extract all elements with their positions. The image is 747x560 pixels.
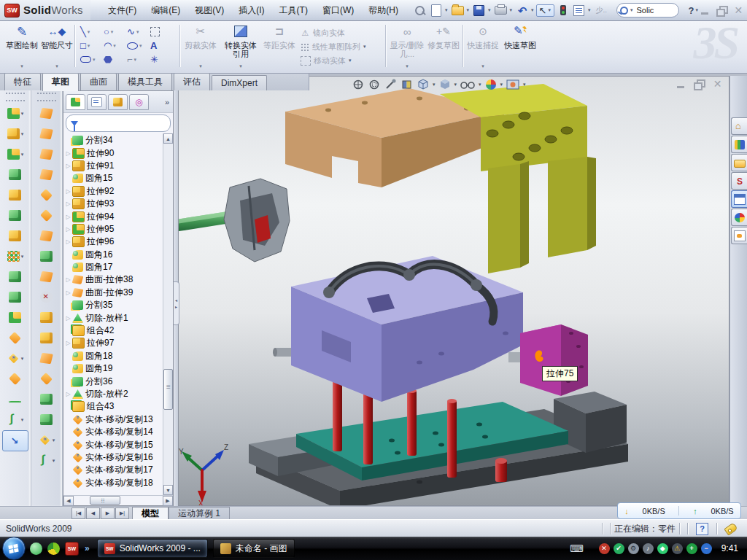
select-tool-button[interactable]: ↖▾ [536, 4, 554, 17]
tree-item[interactable]: 圆角17 [63, 261, 163, 273]
ellipse-tool[interactable]: ▾ [125, 39, 149, 52]
expand-arrow-icon[interactable]: ▷ [65, 276, 71, 283]
command-tab[interactable]: 模具工具 [118, 73, 172, 90]
doc-minimize-icon[interactable] [676, 79, 686, 89]
doc-restore-icon[interactable] [694, 79, 705, 89]
feature-toolbar-button[interactable] [3, 206, 28, 225]
tree-filter-input[interactable] [66, 114, 171, 132]
view-orientation-icon[interactable] [417, 78, 430, 91]
feature-toolbar-button[interactable]: ▾ [3, 410, 28, 429]
tab-nav-button[interactable]: ▶ [101, 508, 115, 519]
tree-item[interactable]: 实体-移动/复制16 [63, 451, 163, 464]
minimize-icon[interactable] [700, 6, 711, 15]
tab-feature-manager[interactable] [66, 94, 85, 110]
vertical-scroll-thumb[interactable] [163, 369, 173, 410]
repair-sketch-button[interactable]: +✎ 修复草图 [427, 23, 460, 69]
quick-snaps-button[interactable]: ⊙ 快速捕捉▾ [467, 23, 499, 69]
pin-icon[interactable] [413, 3, 427, 18]
task-pane-tab[interactable] [731, 227, 747, 244]
tree-item[interactable]: 组合42 [63, 324, 163, 337]
feature-toolbar-button[interactable]: ▾ [3, 124, 28, 144]
task-pane-tab[interactable] [731, 136, 747, 153]
restore-icon[interactable] [716, 6, 727, 15]
surface-toolbar-button[interactable] [34, 308, 59, 327]
tree-item[interactable]: ▷ 切除-放样2 [63, 388, 163, 400]
rapid-sketch-button[interactable]: 快速草图 [503, 23, 537, 69]
surface-toolbar-button[interactable] [34, 287, 59, 307]
taskbar-task-button[interactable]: SW SolidWorks 2009 - ... [97, 539, 208, 558]
command-tab[interactable]: 草图 [42, 73, 79, 91]
expand-arrow-icon[interactable]: ▷ [65, 214, 71, 220]
feature-toolbar-button[interactable] [3, 369, 28, 389]
tree-item[interactable]: 分割36 [63, 375, 163, 387]
trim-entities-button[interactable]: ✂ 剪裁实体▾ [184, 23, 217, 69]
tab-dimxpert-manager[interactable]: ◎ [129, 94, 149, 110]
task-pane-tab[interactable] [731, 209, 747, 226]
quick-launch-icon[interactable] [30, 542, 42, 555]
help-dropdown-icon[interactable]: ▾ [695, 7, 698, 13]
rotate-view-icon[interactable] [384, 78, 398, 91]
surface-toolbar-button[interactable] [34, 104, 59, 123]
expand-arrow-icon[interactable]: ▷ [65, 163, 71, 169]
feature-toolbar-button[interactable]: ▾ [3, 349, 28, 368]
select-marquee-tool[interactable] [149, 25, 172, 39]
surface-toolbar-button[interactable] [34, 389, 59, 409]
expand-arrow-icon[interactable]: ▷ [65, 201, 71, 207]
tree-item[interactable]: 实体-移动/复制13 [63, 413, 163, 426]
surface-toolbar-button[interactable] [34, 410, 59, 429]
save-button[interactable] [472, 3, 487, 18]
convert-entities-button[interactable]: 转换实体引用▾ [222, 23, 260, 69]
tree-item[interactable]: 圆角16 [63, 249, 163, 261]
surface-toolbar-button[interactable] [34, 144, 59, 164]
tray-icon[interactable]: ◆ [657, 543, 668, 554]
tree-item[interactable]: ▷ 拉伸91 [63, 160, 163, 172]
undo-dropdown-icon[interactable]: ▾ [531, 7, 534, 13]
print-dropdown-icon[interactable]: ▾ [509, 7, 512, 13]
feature-toolbar-button[interactable] [3, 226, 28, 246]
search-dropdown-icon[interactable]: ▾ [630, 7, 633, 13]
polygon-tool[interactable] [102, 52, 125, 66]
doc-close-icon[interactable]: ✕ [712, 79, 723, 89]
expand-arrow-icon[interactable]: ▷ [65, 150, 71, 157]
tree-item[interactable]: 实体-移动/复制14 [63, 426, 163, 438]
display-delete-relations-button[interactable]: ∞ 显示/删除几...▾ [390, 23, 425, 69]
tree-vertical-scrollbar[interactable]: ▲ ▼ [163, 133, 173, 495]
command-tab[interactable]: 评估 [174, 73, 210, 90]
tray-icon[interactable]: ♪ [643, 543, 654, 554]
toolbar-grip[interactable] [37, 93, 56, 101]
scroll-left-icon[interactable]: ◀ [63, 496, 74, 506]
surface-toolbar-button[interactable]: ▾ [34, 451, 59, 470]
model-clamp-gray[interactable] [224, 179, 290, 262]
feature-toolbar-button[interactable] [3, 267, 28, 287]
expand-arrow-icon[interactable]: ▷ [65, 188, 71, 195]
surface-toolbar-button[interactable] [34, 328, 59, 348]
surface-toolbar-button[interactable] [34, 267, 59, 287]
command-tab[interactable]: 曲面 [80, 73, 117, 90]
tree-item[interactable]: 分割35 [63, 299, 163, 311]
surface-toolbar-button[interactable] [34, 124, 59, 144]
feature-toolbar-button[interactable] [2, 430, 28, 451]
tree-item[interactable]: 圆角15 [63, 172, 163, 184]
tray-icon[interactable]: ✕ [599, 543, 610, 554]
quick-launch-icon[interactable] [47, 542, 60, 555]
line-tool[interactable]: ╲▾ [79, 25, 102, 39]
feature-toolbar-button[interactable] [3, 165, 28, 184]
tab-nav-button[interactable]: ▶| [115, 508, 129, 519]
toolbar-overflow-label[interactable]: 少.. [593, 5, 609, 15]
feature-toolbar-button[interactable]: ▾ [3, 104, 28, 123]
feature-toolbar-button[interactable] [3, 328, 28, 348]
tree-item[interactable]: 组合43 [63, 400, 163, 413]
menu-item[interactable]: 工具(T) [272, 1, 315, 20]
options-button[interactable] [572, 3, 587, 18]
quick-tips-icon[interactable]: ? [696, 523, 708, 535]
panel-more-chevron[interactable]: » [165, 98, 171, 106]
quick-launch-overflow-chevron[interactable]: » [85, 543, 90, 553]
tree-item[interactable]: 圆角18 [63, 350, 163, 362]
tab-configuration-manager[interactable] [108, 94, 128, 110]
start-button[interactable] [2, 537, 26, 560]
menu-item[interactable]: 窗口(W) [315, 1, 361, 20]
search-box[interactable]: ▾ Solic [616, 3, 680, 18]
tray-icon[interactable]: ✔ [614, 543, 624, 554]
surface-toolbar-button[interactable] [34, 165, 59, 184]
menu-item[interactable]: 帮助(H) [361, 1, 406, 20]
